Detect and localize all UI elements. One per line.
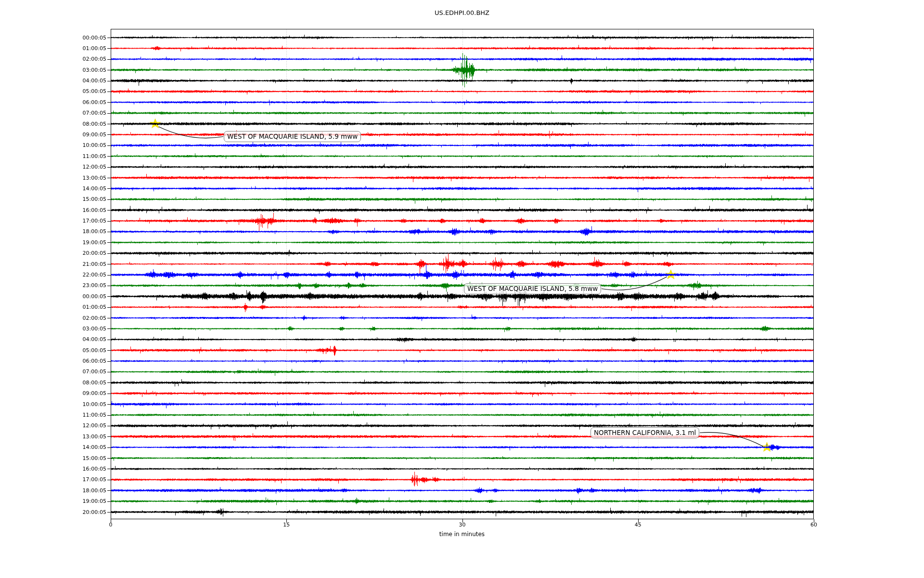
trace-time-label: 11:00:05	[0, 412, 106, 418]
x-tick-label: 30	[443, 522, 482, 528]
trace-time-label: 04:00:05	[0, 336, 106, 342]
trace-time-label: 12:00:05	[0, 422, 106, 429]
trace-time-label: 09:00:05	[0, 390, 106, 396]
trace-time-label: 15:00:05	[0, 455, 106, 461]
trace-time-label: 01:00:05	[0, 304, 106, 310]
trace-time-label: 12:00:05	[0, 164, 106, 170]
trace-time-label: 02:00:05	[0, 315, 106, 321]
trace-time-label: 08:00:05	[0, 380, 106, 386]
trace-time-label: 03:00:05	[0, 67, 106, 73]
trace-time-label: 16:00:05	[0, 207, 106, 213]
trace-time-label: 02:00:05	[0, 56, 106, 62]
trace-time-label: 04:00:05	[0, 78, 106, 84]
trace-time-label: 11:00:05	[0, 153, 106, 159]
trace-time-label: 10:00:05	[0, 142, 106, 148]
trace-time-label: 20:00:05	[0, 509, 106, 515]
trace-time-label: 10:00:05	[0, 401, 106, 407]
trace-time-label: 14:00:05	[0, 185, 106, 192]
x-tick-label: 60	[795, 522, 833, 528]
trace-time-label: 20:00:05	[0, 250, 106, 256]
trace-time-label: 00:00:05	[0, 35, 106, 41]
trace-time-label: 18:00:05	[0, 487, 106, 494]
trace-time-label: 17:00:05	[0, 476, 106, 483]
trace-time-label: 09:00:05	[0, 131, 106, 138]
trace-time-label: 15:00:05	[0, 196, 106, 202]
trace-time-label: 08:00:05	[0, 121, 106, 127]
x-tick-label: 45	[619, 522, 657, 528]
trace-time-label: 13:00:05	[0, 175, 106, 181]
trace-time-label: 22:00:05	[0, 272, 106, 278]
trace-time-label: 13:00:05	[0, 434, 106, 440]
trace-time-label: 21:00:05	[0, 261, 106, 267]
trace-time-label: 16:00:05	[0, 466, 106, 472]
trace-time-label: 07:00:05	[0, 110, 106, 116]
x-axis-title: time in minutes	[0, 531, 924, 538]
trace-time-label: 18:00:05	[0, 228, 106, 235]
seismogram-figure: US.EDHPI.00.BHZ 00:00:0501:00:0502:00:05…	[0, 0, 924, 578]
annotation-event-label: WEST OF MACQUARIE ISLAND, 5.8 mww	[464, 283, 601, 294]
trace-time-label: 03:00:05	[0, 326, 106, 332]
annotation-event-label: WEST OF MACQUARIE ISLAND, 5.9 mww	[224, 131, 361, 142]
annotation-event-label: NORTHERN CALIFORNIA, 3.1 ml	[590, 427, 699, 438]
trace-time-label: 23:00:05	[0, 282, 106, 289]
x-tick-label: 15	[267, 522, 306, 528]
trace-time-label: 17:00:05	[0, 218, 106, 224]
trace-time-label: 05:00:05	[0, 347, 106, 354]
trace-time-label: 06:00:05	[0, 358, 106, 364]
trace-time-label: 01:00:05	[0, 45, 106, 52]
chart-title: US.EDHPI.00.BHZ	[0, 9, 924, 16]
seismogram-plot	[0, 0, 924, 578]
trace-time-label: 05:00:05	[0, 88, 106, 94]
trace-time-label: 06:00:05	[0, 99, 106, 105]
trace-time-label: 19:00:05	[0, 239, 106, 246]
x-tick-label: 0	[91, 522, 130, 528]
trace-time-label: 00:00:05	[0, 293, 106, 300]
trace-time-label: 14:00:05	[0, 444, 106, 450]
trace-time-label: 19:00:05	[0, 498, 106, 504]
trace-time-label: 07:00:05	[0, 368, 106, 375]
